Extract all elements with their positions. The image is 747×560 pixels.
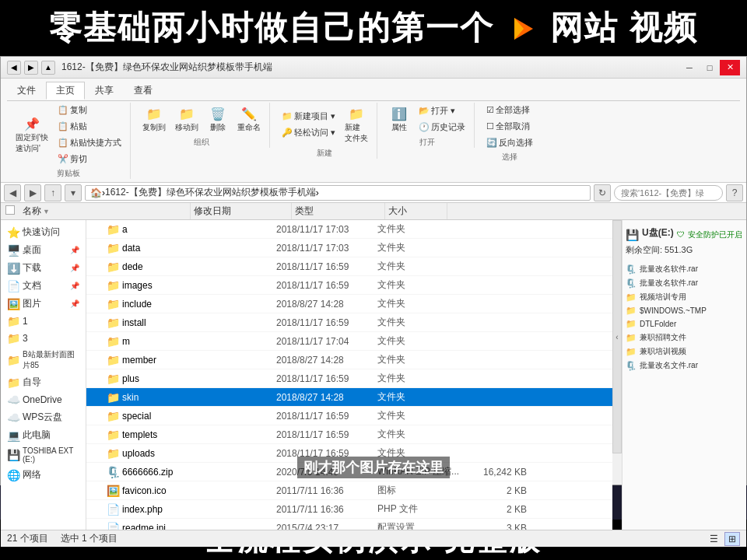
forward-button[interactable]: ▶	[24, 184, 41, 201]
address-path-text: 1612-【免费】绿色环保农业网站织梦模板带手机端	[105, 186, 316, 199]
sidebar-item-desktop[interactable]: 🖥️ 桌面 📌	[1, 241, 86, 259]
address-path[interactable]: 🏠 › 1612-【免费】绿色环保农业网站织梦模板带手机端 ›	[85, 185, 591, 201]
tab-view[interactable]: 查看	[124, 82, 163, 99]
table-row[interactable]: 📁install2018/11/17 16:59文件夹	[86, 313, 612, 332]
sort-by-size[interactable]: 大小	[385, 203, 447, 219]
sidebar-item-downloads[interactable]: ⬇️ 下载 📌	[1, 259, 86, 277]
maximize-button[interactable]: □	[700, 60, 720, 75]
forward-icon[interactable]: ▶	[24, 61, 38, 75]
panel-toggle[interactable]: ‹	[612, 220, 622, 453]
sidebar-item-1[interactable]: 📁 1	[1, 313, 86, 330]
table-row[interactable]: 📁special2018/11/17 16:59文件夹	[86, 407, 612, 425]
back-button[interactable]: ◀	[4, 184, 21, 201]
help-button[interactable]: ?	[726, 184, 743, 201]
history-button[interactable]: 🕐历史记录	[415, 120, 469, 135]
table-row[interactable]: 🖼️favicon.ico2011/7/11 16:36图标2 KB	[86, 481, 612, 500]
table-row[interactable]: 📁images2018/11/17 16:59文件夹	[86, 276, 612, 295]
table-row[interactable]: 📁a2018/11/17 17:03文件夹	[86, 220, 612, 239]
select-none-button[interactable]: ☐全部取消	[482, 119, 537, 134]
table-row[interactable]: 📁include2018/8/27 14:28文件夹	[86, 295, 612, 313]
file-date: 2018/8/27 14:28	[276, 299, 377, 310]
file-name: favicon.ico	[121, 485, 276, 496]
sidebar-item-documents[interactable]: 📄 文档 📌	[1, 277, 86, 295]
pin-quick-access-button[interactable]: 📌 固定到'快速访问'	[12, 113, 52, 156]
right-panel-item[interactable]: 🗜️批量改名软件.rar	[626, 276, 743, 290]
sidebar-item-quick-access[interactable]: ⭐ 快速访问	[1, 223, 86, 241]
sidebar-item-pictures[interactable]: 🖼️ 图片 📌	[1, 295, 86, 313]
file-type: 文件夹	[377, 278, 471, 292]
table-row[interactable]: 📁m2018/11/17 17:04文件夹	[86, 332, 612, 351]
sidebar-item-bili[interactable]: 📁 B站最新封面图片85	[1, 347, 86, 373]
sort-by-date[interactable]: 修改日期	[191, 203, 292, 219]
ribbon-group-new: 📁新建项目 ▾ 🔑轻松访问 ▾ 📁 新建文件夹 新建	[273, 103, 377, 159]
tab-file[interactable]: 文件	[7, 82, 46, 99]
open-button[interactable]: 📂打开 ▾	[415, 103, 469, 118]
search-input[interactable]	[614, 185, 723, 201]
file-type-icon: 📁	[105, 429, 121, 441]
new-item-button[interactable]: 📁新建项目 ▾	[278, 109, 339, 124]
up-icon[interactable]: ▲	[41, 61, 55, 75]
table-row[interactable]: 📄readme.ini2015/7/4 23:17配置设置3 KB	[86, 519, 612, 530]
sidebar-item-pc[interactable]: 💻 此电脑	[1, 426, 86, 444]
close-button[interactable]: ✕	[720, 60, 740, 75]
sidebar-item-zigu[interactable]: 📁 自导	[1, 373, 86, 391]
table-row[interactable]: 📁dede2018/11/17 16:59文件夹	[86, 257, 612, 276]
recent-locations-button[interactable]: ▾	[65, 184, 82, 201]
table-row[interactable]: 📁member2018/8/27 14:28文件夹	[86, 351, 612, 369]
sort-by-type[interactable]: 类型	[292, 203, 385, 219]
right-panel-item[interactable]: 📁视频培训专用	[626, 290, 743, 304]
right-panel-item[interactable]: 🗜️批量改名文件.rar	[626, 359, 743, 373]
right-panel-item[interactable]: 🗜️批量改名软件.rar	[626, 262, 743, 276]
right-panel-item[interactable]: 📁兼职培训视频	[626, 345, 743, 359]
table-row[interactable]: 📄index.php2011/7/11 16:36PHP 文件2 KB	[86, 500, 612, 519]
right-panel-item[interactable]: 📁DTLFolder	[626, 317, 743, 331]
check-all-checkbox[interactable]	[5, 205, 15, 215]
tab-share[interactable]: 共享	[85, 82, 124, 99]
invert-select-button[interactable]: 🔄反向选择	[482, 135, 537, 150]
security-status-label: 安全防护已开启	[688, 229, 742, 240]
right-panel: 💾 U盘(E:) 🛡 安全防护已开启 剩余空间: 551.3G 🗜️批量改名软件…	[622, 220, 746, 530]
move-to-button[interactable]: 📁 复制到	[139, 103, 170, 135]
sidebar-item-3[interactable]: 📁 3	[1, 330, 86, 347]
properties-button[interactable]: ℹ️ 属性	[385, 103, 413, 135]
list-view-button[interactable]: ⊞	[724, 532, 740, 546]
minimize-button[interactable]: ─	[679, 60, 700, 75]
network-icon: 🌐	[7, 469, 19, 481]
file-date: 2011/7/11 16:36	[276, 504, 377, 515]
table-row[interactable]: 📁templets2018/11/17 16:59文件夹	[86, 425, 612, 444]
paste-shortcut-button[interactable]: 📋粘贴快捷方式	[54, 135, 125, 150]
cut-button[interactable]: ✂️剪切	[54, 152, 125, 166]
select-all-button[interactable]: ☑全部选择	[482, 103, 537, 117]
view-controls: ☰ ⊞	[706, 532, 740, 546]
refresh-button[interactable]: ↻	[594, 184, 611, 201]
easy-access-button[interactable]: 🔑轻松访问 ▾	[278, 125, 339, 140]
sidebar-item-wps[interactable]: ☁️ WPS云盘	[1, 408, 86, 426]
tab-home[interactable]: 主页	[46, 82, 85, 100]
file-checkbox[interactable]	[86, 392, 105, 403]
check-all-header[interactable]	[1, 205, 19, 217]
file-type-icon: 📁	[105, 317, 121, 329]
sidebar-item-network[interactable]: 🌐 网络	[1, 466, 86, 484]
copy-button[interactable]: 📋复制	[54, 103, 125, 117]
copy-to-button[interactable]: 📁 移动到	[171, 103, 202, 135]
sort-by-name[interactable]: 名称▼	[19, 203, 191, 219]
paste-button[interactable]: 📋粘贴	[54, 119, 125, 134]
file-date: 2018/11/17 16:59	[276, 373, 377, 384]
table-row[interactable]: 📁plus2018/11/17 16:59文件夹	[86, 369, 612, 388]
delete-button[interactable]: 🗑️ 删除	[204, 103, 232, 135]
sidebar-item-toshiba[interactable]: 💾 TOSHIBA EXT (E:)	[1, 444, 86, 466]
new-folder-button[interactable]: 📁 新建文件夹	[341, 103, 372, 146]
table-row[interactable]: 📁skin2018/8/27 14:28文件夹	[86, 388, 612, 407]
window-controls: ─ □ ✕	[679, 60, 740, 75]
table-row[interactable]: 📁data2018/11/17 17:03文件夹	[86, 239, 612, 257]
right-panel-item[interactable]: 📁$WINDOWS.~TMP	[626, 304, 743, 317]
details-view-button[interactable]: ☰	[706, 532, 721, 546]
rename-button[interactable]: ✏️ 重命名	[233, 103, 265, 135]
back-icon[interactable]: ◀	[7, 61, 21, 75]
right-panel-item[interactable]: 📁兼职招聘文件	[626, 331, 743, 345]
up-button[interactable]: ↑	[44, 184, 61, 201]
title-bar-icons: ◀ ▶ ▲	[7, 61, 55, 75]
open-buttons: ℹ️ 属性 📂打开 ▾ 🕐历史记录	[385, 103, 469, 135]
sidebar-item-onedrive[interactable]: ☁️ OneDrive	[1, 391, 86, 408]
title-bar: ◀ ▶ ▲ 1612-【免费】绿色环保农业网站织梦模板带手机端 ─ □ ✕	[1, 57, 746, 79]
